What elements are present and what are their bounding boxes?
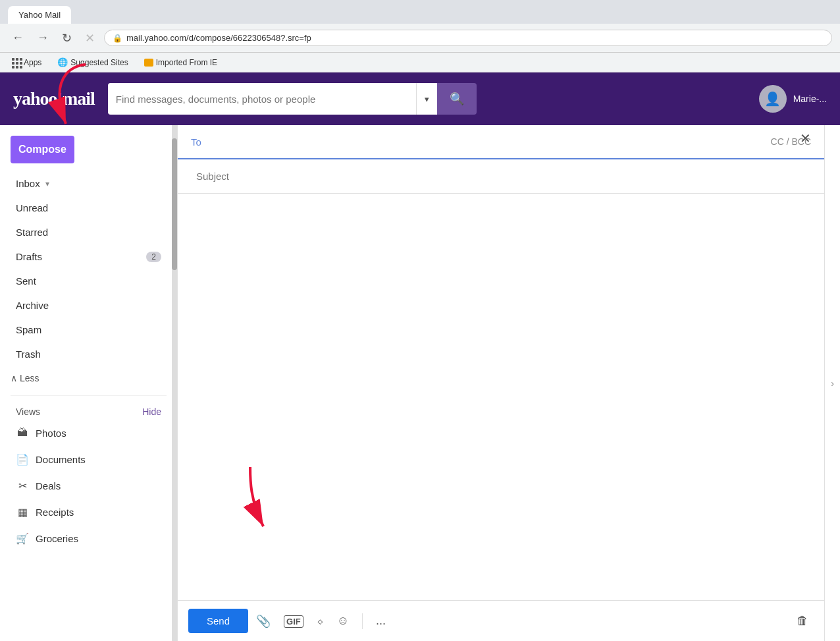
archive-label: Archive [16, 300, 49, 311]
sidebar-item-documents[interactable]: 📄 Documents [5, 446, 172, 472]
sidebar-nav: Inbox ▾ Unread Starred Drafts 2 [0, 171, 177, 366]
receipts-icon: ▦ [16, 505, 29, 518]
compose-close-button[interactable]: ✕ [800, 130, 811, 146]
documents-icon: 📄 [16, 453, 29, 466]
hide-views-button[interactable]: Hide [142, 406, 161, 417]
delete-icon: 🗑 [797, 614, 808, 627]
unread-label: Unread [16, 202, 48, 213]
sidebar-scroll-thumb [172, 138, 177, 270]
compose-panel: To CC / BCC Send 📎 GIF [178, 125, 824, 641]
browser-toolbar: ← → ↻ ✕ 🔒 mail.yahoo.com/d/compose/66223… [0, 24, 840, 53]
groceries-label: Groceries [36, 533, 78, 544]
gif-icon: GIF [284, 615, 303, 628]
browser-chrome: Yahoo Mail ← → ↻ ✕ 🔒 mail.yahoo.com/d/co… [0, 0, 840, 72]
sidebar-item-unread[interactable]: Unread [5, 196, 172, 220]
sticker-icon: ⬦ [317, 614, 324, 627]
views-nav: 🏔 Photos 📄 Documents ✂ Deals ▦ Receipts [0, 420, 177, 551]
sidebar-item-receipts[interactable]: ▦ Receipts [5, 499, 172, 525]
yahoo-mail-logo: yahoo!mail [13, 88, 95, 109]
bookmark-suggested-label: Suggested Sites [70, 58, 128, 67]
receipts-label: Receipts [36, 507, 74, 518]
search-bar: ▾ 🔍 [108, 83, 477, 115]
avatar-icon: 👤 [764, 91, 781, 107]
reload-button[interactable]: ↻ [58, 28, 76, 48]
less-button[interactable]: ∧ Less [0, 366, 177, 390]
bookmark-apps[interactable]: Apps [8, 57, 45, 69]
bookmark-ie-label: Imported From IE [156, 58, 217, 67]
trash-label: Trash [16, 348, 41, 360]
views-header: Views Hide [0, 401, 177, 420]
sidebar-scrollbar[interactable] [172, 125, 177, 641]
bookmarks-bar: Apps 🌐 Suggested Sites Imported From IE [0, 53, 840, 72]
url-text: mail.yahoo.com/d/compose/6622306548?.src… [126, 33, 311, 43]
sidebar-item-sent[interactable]: Sent [5, 269, 172, 293]
deals-label: Deals [36, 480, 61, 491]
attach-button[interactable]: 📎 [251, 610, 276, 632]
sidebar-item-inbox[interactable]: Inbox ▾ [5, 171, 172, 196]
inbox-label: Inbox [16, 178, 40, 189]
user-name: Marie-... [793, 94, 827, 104]
search-dropdown-button[interactable]: ▾ [416, 83, 437, 115]
delete-button[interactable]: 🗑 [791, 610, 814, 632]
main-content: Compose Inbox ▾ Unread Starred [0, 125, 840, 641]
more-icon: ... [376, 614, 386, 627]
drafts-label: Drafts [16, 251, 42, 262]
apps-icon [12, 58, 21, 67]
secure-icon: 🔒 [113, 34, 122, 43]
body-input[interactable] [191, 204, 811, 468]
sidebar-item-spam[interactable]: Spam [5, 318, 172, 342]
back-button[interactable]: ← [8, 28, 28, 47]
bookmark-imported-from-ie[interactable]: Imported From IE [140, 57, 221, 69]
search-icon: 🔍 [450, 92, 464, 106]
sidebar-item-groceries[interactable]: 🛒 Groceries [5, 525, 172, 551]
yahoo-mail-app: yahoo!mail ▾ 🔍 👤 Marie-... Compose [0, 72, 840, 641]
photos-label: Photos [36, 428, 66, 439]
sidebar-item-deals[interactable]: ✂ Deals [5, 472, 172, 499]
to-label: To [191, 136, 217, 148]
globe-icon: 🌐 [57, 57, 68, 67]
right-panel-toggle[interactable]: › [824, 125, 840, 641]
subject-input[interactable] [191, 165, 811, 187]
sidebar-item-starred[interactable]: Starred [5, 220, 172, 244]
drafts-badge: 2 [146, 252, 161, 262]
sidebar-divider [11, 395, 167, 396]
right-chevron-icon: › [831, 378, 834, 389]
less-label: ∧ Less [11, 373, 39, 383]
more-options-button[interactable]: ... [371, 610, 391, 632]
sidebar-item-archive[interactable]: Archive [5, 293, 172, 318]
active-tab: Yahoo Mail [8, 6, 71, 24]
search-input-wrapper[interactable] [108, 83, 416, 115]
search-input[interactable] [116, 94, 408, 105]
spam-label: Spam [16, 324, 41, 335]
sticker-button[interactable]: ⬦ [311, 610, 329, 632]
sidebar-item-drafts[interactable]: Drafts 2 [5, 244, 172, 269]
subject-row [178, 159, 824, 194]
gif-button[interactable]: GIF [278, 610, 309, 632]
deals-icon: ✂ [16, 479, 29, 492]
avatar[interactable]: 👤 [759, 85, 787, 113]
sent-label: Sent [16, 275, 36, 287]
bookmark-suggested-sites[interactable]: 🌐 Suggested Sites [53, 56, 132, 69]
tab-title: Yahoo Mail [18, 10, 61, 20]
to-input[interactable] [217, 131, 771, 153]
emoji-button[interactable]: ☺ [332, 610, 354, 632]
search-button[interactable]: 🔍 [437, 83, 477, 115]
address-bar[interactable]: 🔒 mail.yahoo.com/d/compose/6622306548?.s… [104, 30, 832, 46]
starred-label: Starred [16, 227, 48, 238]
sidebar-item-trash[interactable]: Trash [5, 342, 172, 366]
chevron-down-icon: ▾ [45, 179, 49, 188]
to-row: To CC / BCC [178, 125, 824, 159]
sidebar-item-photos[interactable]: 🏔 Photos [5, 420, 172, 446]
send-button[interactable]: Send [188, 609, 248, 633]
toolbar-divider [362, 613, 363, 629]
close-tab-button[interactable]: ✕ [81, 28, 99, 48]
photos-icon: 🏔 [16, 426, 29, 439]
documents-label: Documents [36, 454, 86, 465]
compose-button[interactable]: Compose [11, 136, 74, 163]
browser-tab-bar: Yahoo Mail [0, 0, 840, 24]
groceries-icon: 🛒 [16, 532, 29, 545]
compose-toolbar: Send 📎 GIF ⬦ ☺ ... 🗑 [178, 600, 824, 641]
yahoo-header: yahoo!mail ▾ 🔍 👤 Marie-... [0, 72, 840, 125]
folder-icon [144, 59, 153, 67]
forward-button[interactable]: → [33, 28, 53, 47]
